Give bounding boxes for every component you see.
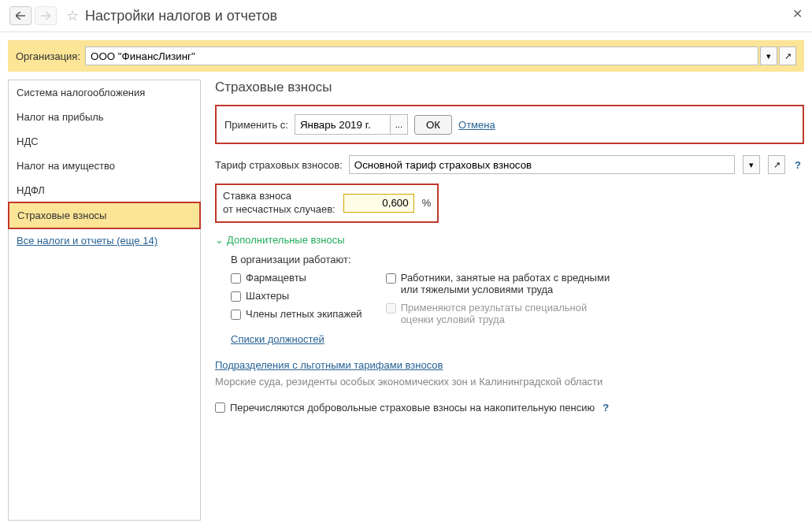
tariff-dropdown-icon[interactable]: ▾ <box>743 155 760 174</box>
tariff-open-icon[interactable]: ↗ <box>768 155 785 174</box>
sidebar-item-insurance[interactable]: Страховые взносы <box>8 202 201 229</box>
back-button[interactable] <box>9 6 32 25</box>
sidebar-item-ndfl[interactable]: НДФЛ <box>9 178 200 202</box>
apply-from-input[interactable] <box>295 115 390 134</box>
cb-flight-crew[interactable]: Члены летных экипажей <box>231 308 362 320</box>
sidebar: Система налогообложения Налог на прибыль… <box>8 80 201 521</box>
cb-miners[interactable]: Шахтеры <box>231 290 362 302</box>
cancel-link[interactable]: Отмена <box>458 119 495 131</box>
section-heading: Страховые взносы <box>215 80 804 95</box>
ok-button[interactable]: ОК <box>414 115 452 135</box>
cb-pharmacists[interactable]: Фармацевты <box>231 272 362 284</box>
voluntary-label: Перечисляются добровольные страховые взн… <box>230 402 595 414</box>
cb-special-assessment: Применяются результаты специальной оценк… <box>386 302 614 325</box>
org-works-label: В организации работают: <box>231 254 804 265</box>
dropdown-icon[interactable]: ▾ <box>760 46 777 65</box>
divisions-hint: Морские суда, резиденты особых экономиче… <box>215 376 804 388</box>
divisions-link[interactable]: Подразделения с льготными тарифами взнос… <box>215 359 443 371</box>
help-icon-voluntary[interactable]: ? <box>599 402 612 414</box>
accident-rate-input[interactable] <box>343 194 414 213</box>
additional-header: Дополнительные взносы <box>227 234 345 246</box>
sidebar-all-taxes-link[interactable]: Все налоги и отчеты (еще 14) <box>17 235 158 247</box>
tariff-input[interactable] <box>349 155 735 174</box>
apply-from-box: Применить с: ... ОК Отмена <box>215 105 804 144</box>
open-icon[interactable]: ↗ <box>779 46 796 65</box>
page-title: Настройки налогов и отчетов <box>85 8 277 24</box>
favorite-icon[interactable]: ☆ <box>66 7 79 24</box>
rate-label-1: Ставка взноса <box>223 190 336 203</box>
forward-button[interactable] <box>35 6 57 25</box>
positions-link[interactable]: Списки должностей <box>231 333 324 345</box>
rate-unit: % <box>422 197 432 209</box>
date-picker-icon[interactable]: ... <box>390 115 407 134</box>
organization-input[interactable] <box>85 46 758 65</box>
sidebar-item-tax-system[interactable]: Система налогообложения <box>9 80 200 105</box>
chevron-down-icon: ⌄ <box>215 234 224 246</box>
rate-label-2: от несчастных случаев: <box>223 203 336 217</box>
tariff-label: Тариф страховых взносов: <box>215 159 343 171</box>
apply-from-label: Применить с: <box>224 119 288 131</box>
close-icon[interactable]: ✕ <box>792 6 803 21</box>
cb-voluntary[interactable] <box>215 402 225 413</box>
help-icon[interactable]: ? <box>792 159 804 171</box>
sidebar-item-vat[interactable]: НДС <box>9 129 200 154</box>
organization-label: Организация: <box>16 50 80 62</box>
accident-rate-box: Ставка взноса от несчастных случаев: % <box>215 184 439 223</box>
sidebar-item-property-tax[interactable]: Налог на имущество <box>9 154 200 178</box>
cb-hazardous-workers[interactable]: Работники, занятые на работах с вредными… <box>386 272 614 295</box>
additional-toggle[interactable]: ⌄ Дополнительные взносы <box>215 234 804 246</box>
sidebar-item-profit-tax[interactable]: Налог на прибыль <box>9 105 200 129</box>
